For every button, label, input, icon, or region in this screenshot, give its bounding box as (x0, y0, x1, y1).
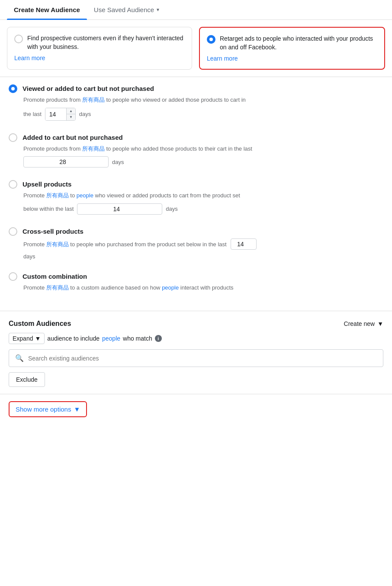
main-card: Create New Audience Use Saved Audience ▼… (0, 0, 392, 586)
custom-audiences-header: Custom Audiences Create new ▼ (9, 320, 383, 328)
viewed-cart-days-input[interactable]: ▲ ▼ (45, 108, 76, 121)
custom-combination-product-set: 所有商品 (46, 284, 69, 291)
added-cart-product-set: 所有商品 (82, 145, 105, 152)
upsell-days-field[interactable] (77, 203, 162, 215)
tabs-bar: Create New Audience Use Saved Audience ▼ (0, 0, 392, 20)
radio-cross-sell[interactable] (9, 227, 17, 236)
upsell-desc: Promote 所有商品 to people who viewed or add… (23, 191, 383, 200)
custom-combination-title: Custom combination (22, 273, 87, 280)
expand-chevron-icon: ▼ (35, 335, 41, 342)
learn-more-retarget[interactable]: Learn more (207, 55, 377, 62)
viewed-cart-days-label: days (79, 111, 91, 117)
radio-added-cart[interactable] (9, 133, 17, 142)
viewed-cart-spinner[interactable]: ▲ ▼ (66, 108, 75, 120)
custom-combination-people-link[interactable]: people (162, 284, 179, 291)
retarget-option-retarget[interactable]: Retarget ads to people who interacted wi… (199, 27, 385, 70)
radio-prospective[interactable] (14, 35, 23, 43)
audience-option-cross-sell: Cross-sell products Promote 所有商品 to peop… (9, 227, 383, 260)
audience-option-custom-combination: Custom combination Promote 所有商品 to a cus… (9, 272, 383, 292)
radio-viewed-cart[interactable] (9, 84, 17, 93)
show-more-section: Show more options ▼ (0, 394, 392, 424)
retarget-option-prospective[interactable]: Find prospective customers even if they … (7, 27, 192, 70)
expand-desc: audience to include (47, 335, 100, 342)
custom-audiences-section: Custom Audiences Create new ▼ Expand ▼ a… (0, 320, 392, 394)
expand-dropdown[interactable]: Expand ▼ (9, 333, 45, 344)
create-new-button[interactable]: Create new ▼ (344, 320, 383, 327)
viewed-cart-title: Viewed or added to cart but not purchase… (22, 85, 154, 92)
exclude-button[interactable]: Exclude (9, 372, 45, 387)
radio-retarget[interactable] (207, 35, 215, 44)
added-cart-days-field[interactable] (23, 156, 109, 167)
retarget-text: Retarget ads to people who interacted wi… (220, 35, 377, 52)
expand-who-match: who match (123, 335, 152, 342)
radio-custom-combination[interactable] (9, 272, 17, 281)
upsell-days-row: below within the last days (23, 203, 383, 215)
upsell-product-set: 所有商品 (46, 192, 69, 199)
audience-options-section: Viewed or added to cart but not purchase… (0, 77, 392, 311)
expand-people-link[interactable]: people (102, 335, 120, 342)
separator (0, 311, 392, 311)
custom-combination-desc: Promote 所有商品 to a custom audience based … (23, 283, 383, 292)
search-audiences-input[interactable] (28, 355, 377, 362)
show-more-chevron-icon: ▼ (74, 406, 80, 413)
expand-label: Expand (13, 335, 33, 342)
cross-sell-days-field[interactable] (231, 238, 257, 250)
cross-sell-desc: Promote 所有商品 to people who purchased fro… (23, 238, 383, 250)
create-new-label: Create new (344, 320, 375, 327)
cross-sell-days-row: days (23, 253, 383, 260)
info-icon[interactable]: i (155, 335, 162, 342)
expand-row: Expand ▼ audience to include people who … (9, 333, 383, 344)
audience-option-upsell: Upsell products Promote 所有商品 to people w… (9, 180, 383, 215)
added-cart-desc: Promote products from 所有商品 to people who… (23, 145, 383, 153)
upsell-days-label: days (166, 206, 177, 212)
cross-sell-days-suffix: days (23, 253, 35, 260)
cross-sell-title: Cross-sell products (22, 228, 84, 235)
tab-use-saved[interactable]: Use Saved Audience ▼ (87, 0, 167, 19)
radio-upsell[interactable] (9, 180, 17, 189)
viewed-cart-decrement[interactable]: ▼ (67, 114, 75, 120)
viewed-cart-desc: Promote products from 所有商品 to people who… (23, 96, 383, 104)
upsell-title: Upsell products (22, 180, 71, 188)
learn-more-prospective[interactable]: Learn more (14, 55, 185, 61)
audience-option-viewed-cart: Viewed or added to cart but not purchase… (9, 84, 383, 121)
search-icon: 🔍 (15, 354, 24, 362)
retarget-options-section: Find prospective customers even if they … (0, 20, 392, 77)
create-new-chevron-icon: ▼ (377, 320, 383, 327)
added-cart-days-label: days (112, 159, 124, 165)
audience-option-added-cart: Added to cart but not purchased Promote … (9, 133, 383, 168)
chevron-down-icon: ▼ (156, 7, 160, 12)
cross-sell-product-set: 所有商品 (46, 241, 69, 248)
viewed-cart-increment[interactable]: ▲ (67, 108, 75, 114)
tab-create-new[interactable]: Create New Audience (7, 0, 87, 19)
viewed-cart-days-row: the last ▲ ▼ days (23, 108, 383, 121)
upsell-below-label: below within the last (23, 206, 74, 212)
added-cart-days-row: days (23, 156, 383, 167)
custom-audiences-title: Custom Audiences (9, 320, 71, 328)
upsell-people-link[interactable]: people (77, 192, 93, 199)
retarget-prospective-text: Find prospective customers even if they … (27, 34, 185, 51)
show-more-button[interactable]: Show more options ▼ (9, 401, 87, 417)
search-box: 🔍 (9, 349, 383, 367)
viewed-cart-the-last-label: the last (23, 111, 42, 117)
viewed-cart-product-set: 所有商品 (82, 97, 105, 103)
show-more-label: Show more options (16, 406, 71, 413)
viewed-cart-days-field[interactable] (45, 108, 66, 120)
added-cart-title: Added to cart but not purchased (22, 134, 123, 141)
